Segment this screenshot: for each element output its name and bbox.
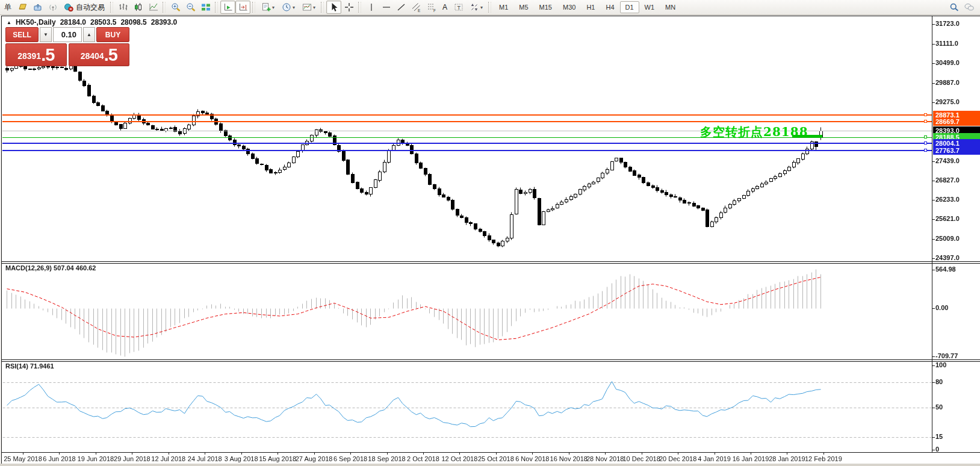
date-axis-label: 15 Aug 2018 — [259, 455, 296, 462]
date-axis-label: 19 Jun 2018 — [78, 455, 114, 462]
bar-chart-mode[interactable] — [116, 1, 131, 14]
chevron-down-icon[interactable]: ▾ — [293, 5, 295, 10]
tf-m1[interactable]: M1 — [494, 1, 513, 13]
date-tick — [715, 452, 715, 455]
search-button[interactable] — [946, 1, 961, 14]
buy-price-button[interactable]: 28404.5 — [69, 43, 130, 66]
volume-increase-button[interactable]: ▲ — [83, 27, 95, 42]
signals[interactable] — [45, 1, 60, 14]
channel-icon: E — [412, 2, 421, 12]
fibonacci-tool[interactable]: F — [424, 1, 439, 14]
mt4-window: 单自动交易▾▾▾EFAT▾M1M5M15M30H1H4D1W1MN ▲ HK50… — [0, 0, 980, 466]
trendline-icon — [397, 2, 406, 12]
macd-rsi-splitter[interactable] — [2, 359, 980, 362]
pivot-annotation[interactable]: 多空转折点28188 — [700, 124, 808, 140]
chevron-down-icon[interactable]: ▾ — [272, 5, 274, 10]
tiles-icon — [201, 2, 211, 12]
line-handle[interactable] — [924, 149, 927, 152]
tf-m15[interactable]: M15 — [534, 1, 557, 13]
chart-shift[interactable] — [235, 1, 250, 14]
date-axis-label: 6 Jun 2018 — [43, 455, 75, 462]
axis-tick — [932, 356, 935, 357]
auto-scroll[interactable] — [220, 1, 235, 14]
date-axis-label: 28 Nov 2018 — [586, 455, 624, 462]
chevron-down-icon[interactable]: ▾ — [480, 5, 483, 10]
zoom-in[interactable] — [168, 1, 183, 14]
high-value: 28503.5 — [90, 18, 116, 26]
close-value: 28393.0 — [151, 18, 177, 26]
sell-price-button[interactable]: 28391.5 — [5, 43, 67, 66]
tf-h4[interactable]: H4 — [600, 1, 619, 13]
date-tick — [278, 452, 278, 455]
tf-m5[interactable]: M5 — [513, 1, 533, 13]
data-window[interactable] — [30, 1, 45, 14]
rsi-header: RSI(14) 71.9461 — [5, 362, 54, 370]
tf-d1[interactable]: D1 — [620, 1, 639, 13]
tf-mn[interactable]: MN — [660, 1, 681, 13]
buy-button[interactable]: BUY — [96, 27, 129, 42]
clock-icon — [282, 2, 291, 12]
date-tick — [569, 452, 569, 455]
sell-button[interactable]: SELL — [5, 27, 39, 42]
level-line-28004.1[interactable] — [2, 143, 932, 144]
buy-price-main: 28404 — [81, 48, 104, 64]
periods[interactable]: ▾ — [278, 1, 299, 14]
date-tick — [678, 452, 678, 455]
date-axis-label: 2 Oct 2018 — [407, 455, 439, 462]
date-axis-label: 24 Jul 2018 — [188, 455, 222, 462]
market-watch[interactable] — [15, 1, 30, 14]
line-handle[interactable] — [924, 135, 927, 138]
main-macd-splitter[interactable] — [2, 261, 980, 264]
templates[interactable]: ▾ — [299, 1, 319, 14]
line-handle[interactable] — [924, 120, 927, 123]
auto-trading[interactable]: 自动交易 — [60, 1, 108, 14]
horizontal-line-tool[interactable] — [379, 1, 394, 14]
line-handle[interactable] — [924, 141, 927, 144]
chevron-down-icon[interactable]: ▾ — [313, 5, 315, 10]
tf-m30[interactable]: M30 — [557, 1, 581, 13]
signal-icon — [48, 2, 58, 12]
axis-tick — [932, 24, 935, 25]
collapse-arrow-icon[interactable]: ▲ — [7, 20, 11, 25]
text-tool[interactable]: A — [439, 1, 451, 14]
volume-input[interactable]: 0.10 — [53, 27, 82, 42]
line-chart-mode[interactable] — [146, 1, 161, 14]
toolbar: 单自动交易▾▾▾EFAT▾M1M5M15M30H1H4D1W1MN — [0, 0, 980, 15]
book-icon — [18, 2, 28, 12]
green-trend-segment[interactable] — [792, 135, 822, 137]
new-order-partial[interactable]: 单 — [1, 1, 15, 14]
line-handle[interactable] — [924, 113, 927, 116]
price-axis-label: 27439.0 — [935, 157, 960, 164]
tf-h1[interactable]: H1 — [581, 1, 600, 13]
level-line-28669.7[interactable] — [2, 121, 932, 122]
level-line-27763.7[interactable] — [2, 150, 932, 151]
candlestick-mode[interactable] — [131, 1, 146, 14]
zoom-out[interactable] — [183, 1, 198, 14]
date-tick — [23, 452, 23, 455]
crosshair-tool[interactable] — [341, 1, 356, 14]
tf-w1[interactable]: W1 — [639, 1, 660, 13]
date-tick — [387, 452, 388, 455]
toolbar-separator — [321, 2, 324, 13]
text-label-tool[interactable]: T — [451, 1, 466, 14]
axis-tick — [932, 219, 935, 220]
vertical-line-tool[interactable] — [364, 1, 379, 14]
level-line-28873.1[interactable] — [2, 114, 932, 116]
arrows-tool[interactable]: ▾ — [466, 1, 486, 14]
trendline-tool[interactable] — [394, 1, 409, 14]
date-axis-label: 25 Oct 2018 — [478, 455, 514, 462]
price-chart-canvas[interactable] — [2, 16, 980, 464]
indicators[interactable]: ▾ — [258, 1, 278, 14]
axis-tick — [932, 365, 935, 366]
chat-button[interactable] — [961, 1, 976, 14]
rsi-bottom-border — [2, 452, 980, 453]
axis-tick — [932, 161, 935, 162]
tile-windows[interactable] — [198, 1, 213, 14]
price-axis-label: 25009.0 — [935, 235, 960, 242]
date-tick — [241, 452, 242, 455]
chart-window[interactable]: ▲ HK50-,Daily 28184.0 28503.5 28098.5 28… — [1, 16, 980, 464]
equidistant-channel-tool[interactable]: E — [409, 1, 424, 14]
price-axis-label: 25621.0 — [935, 215, 960, 222]
cursor-tool[interactable] — [326, 1, 341, 14]
volume-decrease-button[interactable]: ▼ — [40, 27, 52, 42]
